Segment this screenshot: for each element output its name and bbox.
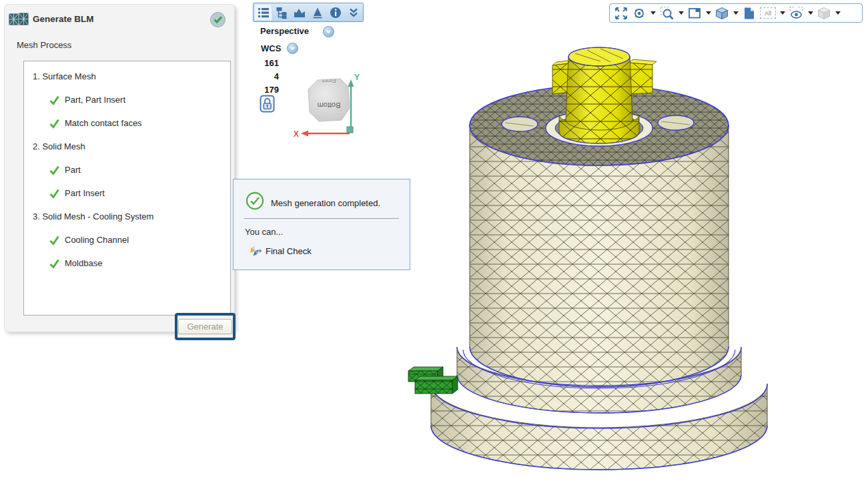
- success-check-icon: [246, 191, 264, 210]
- scene-toolbar: [253, 3, 364, 22]
- cone-icon[interactable]: [308, 4, 326, 21]
- window-icon[interactable]: [687, 5, 702, 21]
- visibility-eye-icon[interactable]: [789, 5, 804, 21]
- check-icon: [49, 258, 60, 269]
- check-icon: [49, 235, 60, 246]
- status-message: Mesh generation completed.: [271, 198, 380, 208]
- check-icon: [49, 95, 60, 105]
- generate-blm-panel: Generate BLM Mesh Process 1. Surface Mes…: [4, 4, 235, 332]
- final-check-icon: [250, 245, 262, 257]
- plane-icon[interactable]: [742, 5, 757, 21]
- mesh-substep: Match contact faces: [24, 116, 230, 130]
- mesh-substep: Part Insert: [24, 186, 230, 200]
- check-icon: [49, 118, 60, 129]
- generate-button[interactable]: Generate: [178, 319, 232, 334]
- axis-origin: [347, 127, 353, 133]
- check-icon: [49, 188, 60, 199]
- final-check-link[interactable]: Final Check: [250, 245, 312, 257]
- csys-dropdown[interactable]: [287, 43, 298, 54]
- rotation-values: 161 4 179: [258, 57, 279, 97]
- cooling-channel-connectors: [408, 367, 458, 394]
- select-filter-all-label: All: [760, 7, 776, 19]
- blm-mesh-icon: [9, 11, 29, 27]
- view-cube-bottom-label: Bottom: [318, 101, 341, 109]
- focus-dropdown-caret[interactable]: [650, 11, 656, 15]
- application-window: { "panel": { "title": "Generate BLM", "s…: [0, 0, 868, 479]
- view-toolbar: All: [609, 3, 863, 23]
- top-hole-right: [658, 115, 694, 130]
- fit-all-icon[interactable]: [614, 5, 628, 21]
- zoom-dropdown-caret[interactable]: [679, 11, 684, 15]
- mesh-step: 1. Surface Mesh: [24, 69, 230, 83]
- select-filter-dropdown-caret[interactable]: [780, 11, 785, 15]
- panel-header: Generate BLM: [5, 5, 234, 34]
- lock-icon[interactable]: [260, 95, 275, 113]
- display-mode-icon[interactable]: [817, 5, 831, 21]
- zoom-area-icon[interactable]: [659, 5, 675, 21]
- hierarchy-tree-icon[interactable]: [272, 4, 290, 21]
- mesh-step: 3. Solid Mesh - Cooling System: [24, 209, 230, 223]
- mesh-process-label: Mesh Process: [17, 40, 71, 50]
- projection-dropdown[interactable]: [323, 26, 334, 37]
- display-mode-dropdown-caret[interactable]: [835, 11, 841, 15]
- mesh-substep: Cooling Channel: [24, 233, 230, 247]
- mesh-substep: Part: [24, 163, 230, 177]
- axis-x-label: X: [294, 129, 299, 139]
- rotation-value-x: 161: [258, 57, 279, 70]
- panel-complete-check-icon: [209, 11, 226, 28]
- view-cube-icon[interactable]: [715, 5, 729, 21]
- mesh-substep: Part, Part Insert: [24, 93, 230, 107]
- visibility-dropdown-caret[interactable]: [808, 11, 813, 15]
- divider: [244, 218, 399, 219]
- csys-label: WCS: [261, 43, 281, 53]
- moldbase-mesh-model: [408, 47, 767, 470]
- mesh-substep: Moldbase: [24, 256, 230, 270]
- focus-icon[interactable]: [632, 5, 646, 21]
- status-popup: Mesh generation completed. You can... Fi…: [233, 179, 410, 270]
- view-cube-dropdown-caret[interactable]: [733, 11, 739, 15]
- top-hole-left: [502, 117, 538, 131]
- wedge-block-icon[interactable]: [290, 4, 308, 21]
- view-cube[interactable]: Front Bottom Y X: [294, 71, 371, 143]
- mesh-process-list: 1. Surface Mesh Part, Part Insert Match …: [23, 61, 231, 316]
- rotation-value-y: 4: [258, 70, 279, 83]
- check-icon: [49, 165, 60, 175]
- view-cube-front-label: Front: [322, 77, 336, 84]
- window-dropdown-caret[interactable]: [706, 11, 711, 15]
- projection-label: Perspective: [260, 26, 309, 36]
- axis-y-label: Y: [354, 73, 360, 82]
- model-list-icon[interactable]: [254, 4, 272, 21]
- collapse-chevrons-icon[interactable]: [344, 4, 362, 21]
- info-icon[interactable]: [326, 4, 344, 21]
- panel-title: Generate BLM: [33, 14, 94, 24]
- select-filter-all[interactable]: All: [760, 5, 776, 21]
- mesh-step: 2. Solid Mesh: [24, 139, 230, 153]
- status-prompt: You can...: [245, 227, 283, 237]
- generate-button-highlight: Generate: [175, 313, 236, 340]
